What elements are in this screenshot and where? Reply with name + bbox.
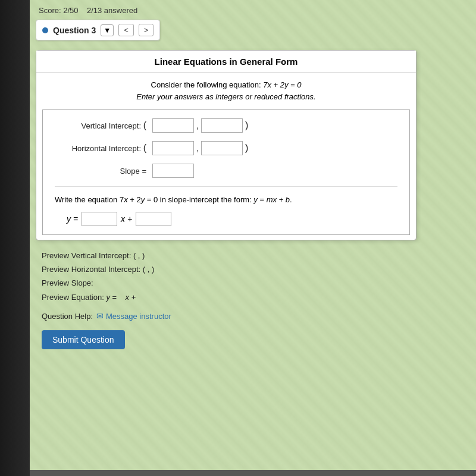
equation-text: 7x + 2y = 0	[263, 80, 301, 89]
inner-section: Vertical Intercept: ( , ) Horizontal Int…	[42, 109, 410, 235]
question-dot-indicator	[42, 27, 48, 33]
horizontal-intercept-label: Horizontal Intercept: (	[55, 143, 150, 153]
slope-label: Slope =	[55, 167, 150, 176]
write-equation-section: Write the equation 7x + 2y = 0 in slope-…	[55, 186, 397, 226]
prev-question-button[interactable]: <	[118, 24, 134, 36]
write-equation-text: Write the equation 7x + 2y = 0 in slope-…	[55, 194, 397, 206]
main-card: Linear Equations in General Form Conside…	[36, 50, 416, 240]
question-nav: Question 3 ▼ < >	[36, 20, 160, 40]
preview-horizontal: Preview Horizontal Intercept: ( , )	[42, 262, 458, 276]
mail-icon: ✉	[96, 311, 104, 321]
x-label: x +	[121, 214, 132, 224]
next-question-button[interactable]: >	[139, 24, 154, 36]
slope-m-input[interactable]	[82, 212, 117, 226]
bottom-scrollbar[interactable]	[30, 470, 476, 476]
equation-line: Consider the following equation: 7x + 2y…	[48, 79, 404, 91]
close-paren-1: )	[245, 121, 248, 130]
b-input[interactable]	[136, 212, 171, 226]
comma-2: ,	[196, 143, 199, 153]
instruction-text: Enter your answers as integers or reduce…	[48, 91, 404, 103]
vertical-intercept-row: Vertical Intercept: ( , )	[55, 118, 397, 133]
score-text: Score: 2/50	[39, 6, 79, 15]
card-description: Consider the following equation: 7x + 2y…	[36, 73, 416, 105]
slope-row: Slope =	[55, 164, 397, 178]
horizontal-intercept-row: Horizontal Intercept: ( , )	[55, 141, 397, 155]
message-instructor-link[interactable]: ✉ Message instructor	[96, 311, 171, 321]
preview-vertical: Preview Vertical Intercept: ( , )	[42, 249, 458, 262]
preview-equation: Preview Equation: y = x +	[42, 290, 458, 304]
preview-slope: Preview Slope:	[42, 276, 458, 290]
comma-1: ,	[196, 121, 199, 130]
question-help: Question Help: ✉ Message instructor	[36, 311, 464, 321]
question-dropdown[interactable]: ▼	[101, 24, 114, 36]
y-label: y =	[67, 214, 78, 224]
slope-input[interactable]	[152, 164, 194, 178]
close-paren-2: )	[245, 143, 248, 153]
preview-section: Preview Vertical Intercept: ( , ) Previe…	[36, 249, 464, 305]
question-help-label: Question Help:	[42, 312, 93, 321]
score-bar: Score: 2/50 2/13 answered	[36, 6, 464, 15]
card-title: Linear Equations in General Form	[36, 51, 416, 73]
vertical-intercept-label: Vertical Intercept: (	[55, 121, 150, 130]
vertical-intercept-y-input[interactable]	[201, 118, 243, 133]
answered-text: 2/13 answered	[87, 6, 137, 15]
submit-question-button[interactable]: Submit Question	[42, 330, 125, 349]
message-instructor-text: Message instructor	[106, 312, 171, 321]
question-label: Question 3	[53, 26, 96, 35]
horizontal-intercept-y-input[interactable]	[201, 141, 243, 155]
equation-input-row: y = x +	[55, 212, 397, 226]
vertical-intercept-x-input[interactable]	[152, 118, 194, 133]
horizontal-intercept-x-input[interactable]	[152, 141, 194, 155]
